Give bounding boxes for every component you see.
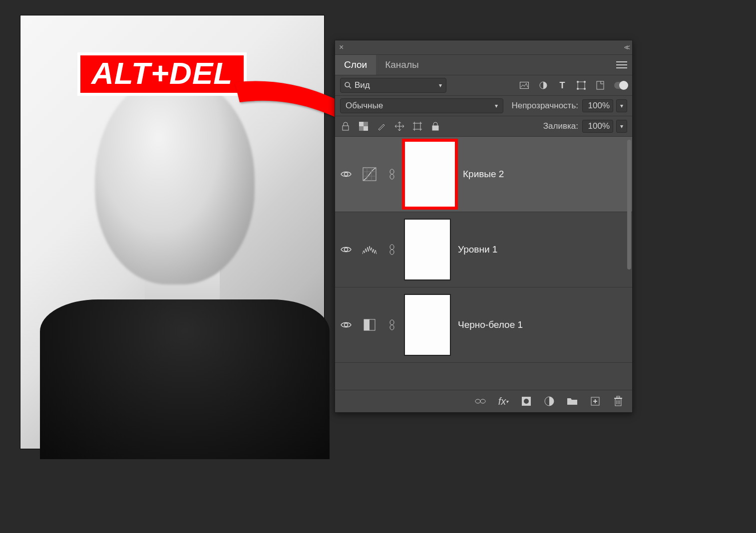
layer-name[interactable]: Кривые 2 (463, 169, 504, 180)
lock-label-icon (340, 121, 351, 132)
mask-link-icon[interactable] (387, 244, 397, 255)
svg-point-8 (577, 81, 579, 83)
fill-value[interactable]: 100% (582, 120, 613, 133)
svg-rect-59 (617, 396, 620, 398)
layer-name[interactable]: Уровни 1 (458, 244, 497, 255)
collapse-panel-icon[interactable]: << (624, 43, 628, 51)
svg-rect-12 (597, 81, 604, 89)
svg-point-45 (390, 325, 394, 330)
layer-filter-dropdown[interactable]: Вид ▾ (340, 78, 446, 93)
mask-link-icon[interactable] (387, 169, 397, 180)
layers-panel: × << Слои Каналы Вид ▾ (335, 40, 633, 413)
svg-point-40 (390, 250, 394, 255)
svg-point-30 (345, 173, 348, 176)
search-icon (345, 82, 352, 89)
svg-line-4 (349, 86, 351, 88)
svg-point-41 (345, 323, 348, 327)
svg-rect-29 (432, 126, 438, 130)
link-layers-icon[interactable] (474, 395, 486, 407)
mask-link-icon[interactable] (387, 319, 397, 330)
levels-adjust-icon (359, 245, 380, 255)
chevron-down-icon: ▾ (495, 102, 498, 109)
visibility-icon[interactable] (340, 246, 352, 254)
lock-all-icon[interactable] (430, 121, 441, 132)
svg-point-37 (390, 174, 394, 179)
layer-mask-thumb[interactable] (404, 219, 451, 280)
filter-kind-label: Вид (355, 80, 370, 90)
filter-shape-icon[interactable] (576, 80, 586, 90)
svg-point-44 (390, 320, 394, 325)
delete-layer-icon[interactable] (612, 395, 624, 407)
visibility-icon[interactable] (340, 321, 352, 329)
add-mask-icon[interactable] (520, 395, 532, 407)
layers-list: Кривые 2 Уровни 1 Черно-белое 1 (335, 137, 632, 364)
filter-smart-icon[interactable] (595, 80, 605, 90)
svg-rect-15 (364, 126, 368, 131)
opacity-stepper[interactable]: ▾ (616, 99, 627, 112)
lock-position-icon[interactable] (394, 121, 405, 132)
new-group-icon[interactable] (566, 395, 578, 407)
filter-type-icon[interactable]: T (557, 80, 567, 90)
layer-mask-thumb[interactable] (404, 141, 456, 208)
layer-name[interactable]: Черно-белое 1 (458, 319, 523, 330)
new-adjustment-icon[interactable] (543, 395, 555, 407)
svg-rect-43 (364, 319, 370, 330)
filter-adjust-icon[interactable] (538, 80, 548, 90)
opacity-value[interactable]: 100% (582, 99, 613, 112)
svg-point-10 (577, 88, 579, 90)
svg-point-39 (390, 245, 394, 250)
bw-adjust-icon (359, 319, 380, 331)
svg-rect-14 (359, 122, 364, 126)
fill-label: Заливка: (543, 121, 578, 131)
panel-menu-icon[interactable] (611, 60, 632, 69)
lock-brush-icon[interactable] (376, 121, 387, 132)
layer-mask-thumb[interactable] (404, 294, 451, 356)
opacity-label: Непрозрачность: (511, 101, 578, 111)
layers-panel-footer: fx▾ (335, 390, 632, 412)
chevron-down-icon: ▾ (439, 82, 442, 89)
svg-rect-13 (343, 126, 349, 130)
layer-row[interactable]: Черно-белое 1 (335, 287, 632, 363)
blend-mode-value: Обычные (346, 101, 383, 111)
curves-adjust-icon (359, 167, 380, 181)
blend-mode-dropdown[interactable]: Обычные ▾ (340, 98, 503, 113)
close-icon[interactable]: × (339, 43, 344, 52)
fill-stepper[interactable]: ▾ (616, 120, 627, 133)
svg-point-47 (480, 399, 485, 403)
svg-rect-16 (364, 122, 368, 126)
filter-toggle[interactable] (614, 82, 627, 89)
svg-rect-7 (578, 82, 585, 89)
tab-channels[interactable]: Каналы (376, 55, 427, 75)
svg-point-11 (584, 88, 586, 90)
shortcut-badge: ALT+DEL (77, 52, 247, 96)
svg-point-46 (475, 399, 480, 403)
lock-artboard-icon[interactable] (412, 121, 423, 132)
svg-point-49 (524, 399, 529, 404)
svg-rect-17 (359, 126, 364, 131)
svg-point-38 (345, 248, 348, 252)
tab-layers[interactable]: Слои (335, 55, 376, 75)
layer-style-icon[interactable]: fx▾ (497, 395, 509, 407)
filter-pixel-icon[interactable] (519, 80, 529, 90)
svg-point-3 (345, 82, 350, 87)
svg-point-9 (584, 81, 586, 83)
svg-rect-20 (414, 123, 420, 129)
svg-point-36 (390, 169, 394, 174)
lock-pixels-icon[interactable] (358, 121, 369, 132)
new-layer-icon[interactable] (589, 395, 601, 407)
layer-row[interactable]: Кривые 2 (335, 137, 632, 212)
layers-scrollbar[interactable] (626, 137, 631, 364)
layer-row[interactable]: Уровни 1 (335, 212, 632, 287)
visibility-icon[interactable] (340, 170, 352, 178)
